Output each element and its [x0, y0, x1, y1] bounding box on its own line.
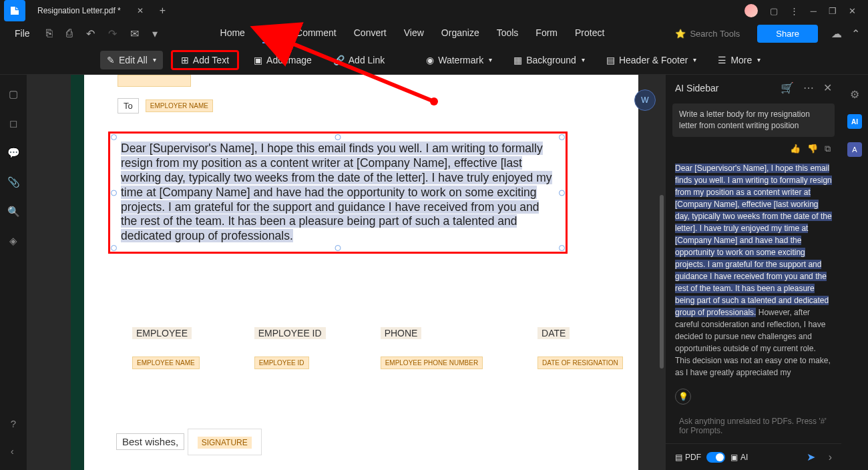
resize-handle[interactable]	[335, 245, 341, 251]
ai-mode-label: ▣ AI	[730, 453, 748, 462]
ai-input[interactable]: Ask anything unrelated to PDFs. Press '#…	[674, 411, 833, 441]
attachment-icon[interactable]: 📎	[7, 176, 20, 188]
more-button[interactable]: ☰More▾	[711, 51, 767, 69]
resize-handle[interactable]	[559, 245, 565, 251]
phone-field[interactable]: EMPLOYEE PHONE NUMBER	[381, 357, 483, 369]
kebab-icon[interactable]: ⋮	[790, 6, 799, 16]
to-label: To	[118, 98, 139, 113]
maximize-icon[interactable]: ❐	[829, 6, 837, 16]
comment-panel-icon[interactable]: 💬	[7, 147, 20, 159]
header-footer-button[interactable]: ▤Header & Footer▾	[600, 51, 704, 69]
field-header: PHONE	[381, 327, 422, 339]
close-sidebar-icon[interactable]: ✕	[823, 81, 832, 94]
signature-field[interactable]: SIGNATURE	[198, 437, 252, 449]
edit-toolbar: ✎Edit All▾ ⊞Add Text ▣Add Image 🔗Add Lin…	[0, 45, 868, 75]
mode-toggle[interactable]	[706, 452, 725, 463]
app-icon[interactable]	[4, 0, 25, 21]
translate-icon[interactable]: A	[847, 142, 862, 157]
tab-convert[interactable]: Convert	[354, 23, 387, 43]
tab-comment[interactable]: Comment	[296, 23, 337, 43]
pdf-mode-label: ▤ PDF	[675, 453, 701, 462]
mail-icon[interactable]: ✉	[126, 25, 143, 43]
main-tabs: Home Edit Comment Convert View Organize …	[220, 23, 605, 43]
search-tools[interactable]: ⭐ Search Tools	[675, 29, 740, 39]
new-tab-button[interactable]: +	[152, 5, 174, 17]
field-header: EMPLOYEE ID	[254, 327, 326, 339]
add-text-button[interactable]: ⊞Add Text	[171, 50, 239, 70]
collapse-icon[interactable]: ⌃	[851, 27, 860, 40]
ai-response[interactable]: Dear [Supervisor's Name], I hope this em…	[666, 158, 841, 385]
watermark-button[interactable]: ◉Watermark▾	[419, 51, 499, 69]
right-rail: ⚙ AI A	[841, 75, 868, 470]
resize-handle[interactable]	[559, 134, 565, 140]
wand-icon: ⭐	[675, 29, 686, 39]
edit-all-button[interactable]: ✎Edit All▾	[100, 51, 163, 69]
bookmark-icon[interactable]: ◻	[9, 118, 17, 130]
resize-handle[interactable]	[559, 190, 565, 196]
resize-handle[interactable]	[335, 134, 341, 140]
thumbnail-icon[interactable]: ▢	[9, 88, 18, 100]
add-link-button[interactable]: 🔗Add Link	[327, 51, 391, 69]
chevron-right-icon[interactable]: ›	[829, 451, 832, 463]
resize-handle[interactable]	[111, 190, 117, 196]
layers-icon[interactable]: ◈	[9, 235, 17, 247]
tab-form[interactable]: Form	[535, 23, 558, 43]
left-rail: ▢ ◻ 💬 📎 🔍 ◈ ? ‹	[0, 75, 27, 470]
settings-icon[interactable]: ⚙	[850, 88, 859, 101]
pdf-page[interactable]: To EMPLOYER NAME Dear [Supervisor's Name…	[84, 75, 638, 470]
collapse-left-icon[interactable]: ‹	[11, 445, 16, 457]
float-ai-badge[interactable]: W	[634, 89, 656, 111]
file-menu[interactable]: File	[8, 25, 37, 41]
employer-name-field[interactable]: EMPLOYER NAME	[146, 99, 213, 112]
tab-home[interactable]: Home	[220, 23, 245, 43]
tab-protect[interactable]: Protect	[575, 23, 604, 43]
date-field[interactable]: DATE OF RESIGNATION	[537, 357, 623, 369]
tab-edit[interactable]: Edit	[262, 23, 278, 43]
cloud-icon[interactable]: ☁	[831, 27, 842, 40]
save-icon[interactable]: ⎘	[42, 25, 57, 42]
field-header: DATE	[537, 327, 570, 339]
tab-tools[interactable]: Tools	[497, 23, 519, 43]
close-tab-icon[interactable]: ✕	[137, 6, 144, 15]
print-icon[interactable]: ⎙	[62, 25, 77, 42]
background-button[interactable]: ▦Background▾	[507, 51, 592, 69]
document-tab-label: Resignation Letter.pdf *	[37, 6, 121, 15]
send-icon[interactable]: ➤	[807, 451, 815, 463]
titlebar: Resignation Letter.pdf * ✕ + ▢ ⋮ ─ ❐ ✕	[0, 0, 868, 21]
letter-body-text[interactable]: Dear [Supervisor's Name], I hope this em…	[114, 138, 562, 248]
more-icon[interactable]: ⋯	[803, 81, 814, 94]
cart-icon[interactable]: 🛒	[781, 81, 794, 94]
employee-id-field[interactable]: EMPLOYEE ID	[254, 357, 309, 369]
tab-view[interactable]: View	[404, 23, 424, 43]
help-icon[interactable]: ?	[11, 418, 16, 429]
redo-icon[interactable]: ↷	[104, 25, 121, 43]
chat-icon[interactable]: ▢	[770, 6, 778, 16]
ai-sidebar: AI Sidebar 🛒 ⋯ ✕ Write a letter body for…	[665, 75, 841, 470]
suggestion-icon[interactable]: 💡	[675, 389, 691, 405]
tab-organize[interactable]: Organize	[441, 23, 479, 43]
share-button[interactable]: Share	[757, 25, 818, 43]
workspace: ▢ ◻ 💬 📎 🔍 ◈ ? ‹ To EMPLOYER NAME	[0, 75, 868, 470]
employee-name-field[interactable]: EMPLOYEE NAME	[132, 357, 200, 369]
canvas[interactable]: To EMPLOYER NAME Dear [Supervisor's Name…	[27, 75, 665, 470]
ai-user-prompt: Write a letter body for my resignation l…	[672, 103, 835, 137]
dropdown-icon[interactable]: ▾	[148, 25, 162, 43]
resize-handle[interactable]	[111, 134, 117, 140]
thumbs-down-icon[interactable]: 👎	[807, 144, 818, 154]
search-tools-label: Search Tools	[690, 29, 740, 39]
scrollbar[interactable]	[660, 195, 664, 369]
search-icon[interactable]: 🔍	[7, 206, 20, 218]
text-edit-box[interactable]: Dear [Supervisor's Name], I hope this em…	[108, 132, 568, 254]
copy-icon[interactable]: ⧉	[825, 144, 831, 154]
document-tab[interactable]: Resignation Letter.pdf * ✕	[29, 0, 152, 21]
ai-badge-icon[interactable]: AI	[847, 114, 862, 129]
menubar: File ⎘ ⎙ ↶ ↷ ✉ ▾ Home Edit Comment Conve…	[0, 21, 868, 45]
minimize-icon[interactable]: ─	[811, 6, 817, 16]
user-avatar[interactable]	[744, 4, 758, 17]
add-image-button[interactable]: ▣Add Image	[247, 51, 318, 69]
undo-icon[interactable]: ↶	[82, 25, 99, 43]
resize-handle[interactable]	[111, 245, 117, 251]
close-window-icon[interactable]: ✕	[849, 6, 856, 16]
field-header: EMPLOYEE	[132, 327, 192, 339]
thumbs-up-icon[interactable]: 👍	[790, 144, 801, 154]
